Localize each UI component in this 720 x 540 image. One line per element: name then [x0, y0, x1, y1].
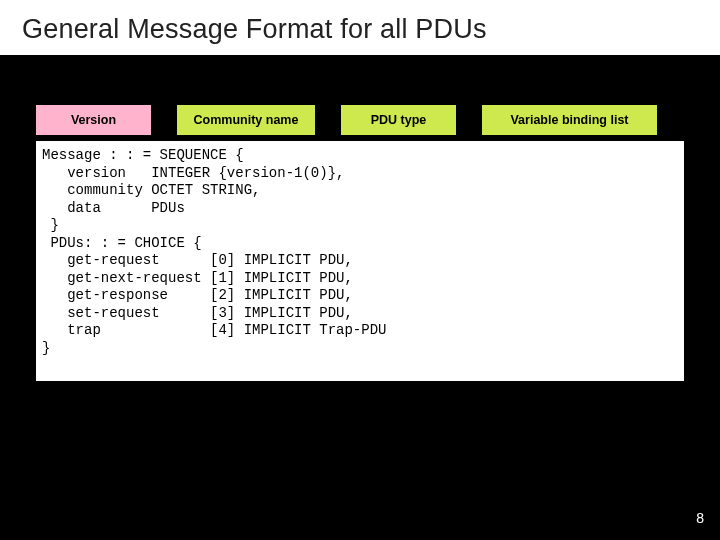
title-bar: General Message Format for all PDUs — [0, 0, 720, 55]
page-number: 8 — [696, 510, 704, 526]
field-variable-binding-list: Variable binding list — [482, 105, 657, 135]
page-title: General Message Format for all PDUs — [22, 14, 698, 45]
field-pdu-type: PDU type — [341, 105, 456, 135]
field-version: Version — [36, 105, 151, 135]
field-separator — [151, 105, 177, 135]
asn1-code: Message : : = SEQUENCE { version INTEGER… — [42, 147, 678, 357]
message-fields-row: Version Community name PDU type Variable… — [36, 105, 684, 135]
field-community-name: Community name — [177, 105, 315, 135]
field-separator — [456, 105, 482, 135]
asn1-code-block: Message : : = SEQUENCE { version INTEGER… — [36, 141, 684, 381]
field-separator — [315, 105, 341, 135]
